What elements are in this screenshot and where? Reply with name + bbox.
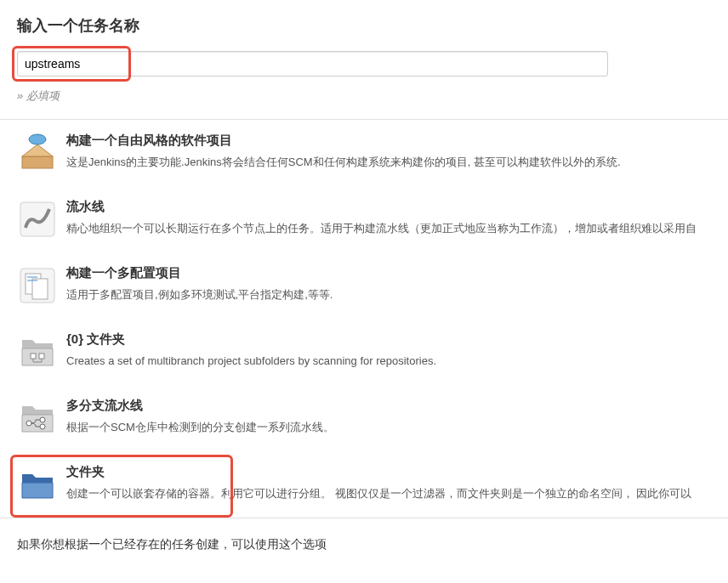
svg-point-13 bbox=[26, 421, 31, 426]
copy-from-section: 如果你想根据一个已经存在的任务创建，可以使用这个选项 bbox=[0, 518, 728, 571]
option-desc: 适用于多配置项目,例如多环境测试,平台指定构建,等等. bbox=[66, 286, 711, 303]
required-field-note: 必填项 bbox=[17, 83, 711, 119]
svg-rect-5 bbox=[32, 279, 48, 299]
multiconfig-icon bbox=[17, 265, 58, 306]
multibranch-icon bbox=[17, 398, 58, 439]
option-pipeline[interactable]: 流水线 精心地组织一个可以长期运行在多个节点上的任务。适用于构建流水线（更加正式… bbox=[0, 186, 728, 252]
option-folder[interactable]: 文件夹 创建一个可以嵌套存储的容器。利用它可以进行分组。 视图仅仅是一个过滤器，… bbox=[0, 451, 728, 518]
orgfolder-icon bbox=[17, 331, 58, 372]
svg-point-1 bbox=[29, 134, 46, 144]
svg-point-15 bbox=[40, 424, 45, 429]
option-desc: 创建一个可以嵌套存储的容器。利用它可以进行分组。 视图仅仅是一个过滤器，而文件夹… bbox=[66, 485, 711, 502]
option-title: 构建一个多配置项目 bbox=[66, 265, 711, 281]
svg-rect-9 bbox=[39, 354, 44, 359]
item-name-input[interactable] bbox=[17, 51, 608, 76]
option-multibranch[interactable]: 多分支流水线 根据一个SCM仓库中检测到的分支创建一系列流水线。 bbox=[0, 385, 728, 451]
option-freestyle[interactable]: 构建一个自由风格的软件项目 这是Jenkins的主要功能.Jenkins将会结合… bbox=[0, 120, 728, 186]
page-title: 输入一个任务名称 bbox=[17, 15, 711, 36]
pipeline-icon bbox=[17, 199, 58, 240]
option-title: 构建一个自由风格的软件项目 bbox=[66, 133, 711, 149]
option-desc: 精心地组织一个可以长期运行在多个节点上的任务。适用于构建流水线（更加正式地应当称… bbox=[66, 220, 711, 237]
freestyle-icon bbox=[17, 133, 58, 173]
option-title: {0} 文件夹 bbox=[66, 331, 711, 348]
svg-rect-0 bbox=[22, 156, 53, 168]
svg-point-14 bbox=[40, 417, 45, 422]
option-multiconfig[interactable]: 构建一个多配置项目 适用于多配置项目,例如多环境测试,平台指定构建,等等. bbox=[0, 252, 728, 319]
copy-from-label: 如果你想根据一个已经存在的任务创建，可以使用这个选项 bbox=[17, 537, 327, 551]
svg-rect-2 bbox=[20, 202, 54, 236]
option-title: 流水线 bbox=[66, 199, 711, 215]
option-orgfolder[interactable]: {0} 文件夹 Creates a set of multibranch pro… bbox=[0, 319, 728, 385]
svg-rect-8 bbox=[31, 354, 36, 359]
option-title: 文件夹 bbox=[66, 464, 711, 480]
option-desc: Creates a set of multibranch project sub… bbox=[66, 353, 711, 370]
option-desc: 根据一个SCM仓库中检测到的分支创建一系列流水线。 bbox=[66, 419, 711, 436]
folder-icon bbox=[17, 464, 58, 505]
option-desc: 这是Jenkins的主要功能.Jenkins将会结合任何SCM和任何构建系统来构… bbox=[66, 154, 711, 171]
option-title: 多分支流水线 bbox=[66, 398, 711, 414]
